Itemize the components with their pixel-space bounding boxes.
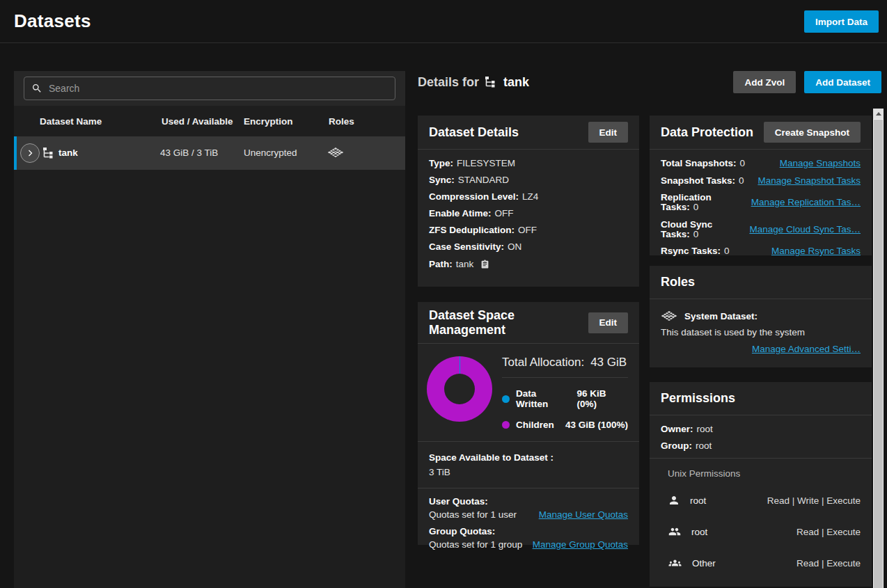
space-management-title: Dataset Space Management: [429, 308, 547, 337]
search-strip: [14, 71, 405, 106]
protection-label: Replication Tasks:: [661, 192, 712, 212]
search-box[interactable]: [24, 77, 395, 100]
search-input[interactable]: [49, 83, 388, 94]
copy-path-icon[interactable]: [480, 259, 489, 269]
dataset-encryption: Unencrypted: [244, 148, 297, 158]
space-donut-chart: [427, 356, 492, 422]
dataset-used-available: 43 GiB / 3 TiB: [160, 148, 218, 158]
details-header: Details for tank Add Zvol Add Dataset: [418, 70, 881, 95]
protection-label: Rsync Tasks:: [661, 246, 721, 256]
field-value: STANDARD: [458, 175, 509, 185]
manage-advanced-settings-link[interactable]: Manage Advanced Setti…: [752, 344, 861, 354]
owner-label: Owner:: [661, 424, 693, 434]
column-header-roles: Roles: [329, 116, 354, 127]
protection-value: 0: [740, 158, 746, 168]
scroll-up-button[interactable]: [873, 109, 884, 119]
system-dataset-icon: [327, 146, 344, 159]
protection-value: 0: [724, 246, 730, 256]
unix-permissions-title: Unix Permissions: [661, 459, 861, 479]
scroll-up-arrow-icon: [876, 112, 881, 116]
space-available-value: 3 TiB: [429, 465, 628, 479]
field-value: ON: [508, 241, 521, 252]
details-title-prefix: Details for: [418, 75, 479, 90]
protection-label: Total Snapshots:: [661, 158, 737, 168]
manage-replication-tasks-link[interactable]: Manage Replication Tas…: [751, 198, 861, 207]
field-value: tank: [456, 260, 474, 269]
legend-value: 43 GiB (100%): [565, 420, 628, 430]
group-quotas-text: Quotas set for 1 group: [429, 539, 522, 550]
permission-entry: Other Read | Execute: [661, 557, 861, 569]
data-protection-card: Data Protection Create Snapshot Total Sn…: [650, 116, 872, 255]
total-allocation-value: 43 GiB: [590, 356, 627, 370]
field-value: OFF: [518, 225, 537, 235]
search-icon: [31, 83, 42, 94]
scrollbar-thumb[interactable]: [874, 120, 883, 588]
dataset-details-card: Dataset Details Edit Type:FILESYSTEM Syn…: [418, 116, 639, 287]
group-value: root: [696, 440, 712, 451]
manage-rsync-tasks-link[interactable]: Manage Rsync Tasks: [771, 246, 861, 256]
roles-card: Roles System Dataset: This dataset is us…: [650, 266, 872, 367]
permission-entry: root Read | Execute: [661, 525, 861, 538]
field-label: Case Sensitivity:: [429, 241, 504, 252]
user-icon: [668, 494, 680, 507]
protection-value: 0: [693, 229, 699, 239]
field-label: Enable Atime:: [429, 208, 492, 218]
protection-value: 0: [693, 202, 699, 212]
field-label: Sync:: [429, 175, 455, 185]
dataset-details-title: Dataset Details: [429, 125, 519, 140]
field-value: OFF: [495, 208, 514, 218]
protection-row: Rsync Tasks:0 Manage Rsync Tasks: [661, 246, 861, 256]
expand-row-button[interactable]: [20, 143, 40, 163]
create-snapshot-button[interactable]: Create Snapshot: [764, 122, 861, 143]
edit-space-management-button[interactable]: Edit: [588, 312, 629, 333]
add-dataset-button[interactable]: Add Dataset: [804, 71, 881, 93]
import-data-button[interactable]: Import Data: [804, 10, 879, 33]
details-title: Details for tank: [418, 75, 529, 90]
others-icon: [668, 557, 682, 569]
top-bar: Datasets Import Data: [0, 0, 887, 43]
chevron-right-icon: [26, 149, 34, 157]
legend-label: Data Written: [516, 388, 570, 409]
protection-row: Total Snapshots:0 Manage Snapshots: [661, 159, 861, 168]
system-dataset-label: System Dataset:: [684, 311, 758, 321]
manage-snapshot-tasks-link[interactable]: Manage Snapshot Tasks: [758, 176, 861, 186]
group-quotas-label: Group Quotas:: [429, 526, 628, 537]
permission-who: Other: [692, 558, 716, 569]
roles-title: Roles: [661, 275, 695, 289]
field-value: FILESYSTEM: [457, 158, 515, 168]
table-header: Dataset Name Used / Available Encryption…: [14, 106, 405, 136]
data-written-dot: [502, 395, 510, 403]
group-label: Group:: [661, 440, 692, 451]
field-label: Type:: [429, 158, 453, 168]
details-scrollbar[interactable]: [873, 109, 884, 588]
permission-entry: root Read | Write | Execute: [661, 494, 861, 507]
add-zvol-button[interactable]: Add Zvol: [733, 71, 796, 93]
edit-dataset-details-button[interactable]: Edit: [588, 122, 629, 143]
manage-group-quotas-link[interactable]: Manage Group Quotas: [533, 539, 628, 550]
manage-user-quotas-link[interactable]: Manage User Quotas: [539, 509, 628, 520]
permission-perms: Read | Execute: [796, 527, 861, 537]
system-dataset-icon: [661, 310, 677, 322]
roles-description: This dataset is used by the system: [661, 327, 861, 337]
field-label: ZFS Deduplication:: [429, 225, 515, 235]
manage-cloud-sync-tasks-link[interactable]: Manage Cloud Sync Tas…: [749, 225, 861, 235]
protection-row: Snapshot Tasks:0 Manage Snapshot Tasks: [661, 176, 861, 186]
permissions-card: Permissions Owner:root Group:root Unix P…: [650, 382, 872, 587]
dataset-row[interactable]: tank 43 GiB / 3 TiB Unencrypted: [14, 136, 405, 170]
permissions-title: Permissions: [661, 391, 735, 406]
protection-label: Snapshot Tasks:: [661, 175, 735, 186]
protection-row: Cloud Sync Tasks:0 Manage Cloud Sync Tas…: [661, 220, 861, 239]
field-label: Path:: [429, 260, 453, 269]
user-quotas-text: Quotas set for 1 user: [429, 509, 517, 520]
details-dataset-name: tank: [503, 75, 529, 90]
page-title: Datasets: [14, 10, 91, 32]
selected-row-indicator: [14, 136, 17, 170]
dataset-tree-icon: [485, 77, 497, 88]
protection-row: Replication Tasks:0 Manage Replication T…: [661, 193, 861, 212]
protection-value: 0: [739, 175, 744, 186]
legend-value: 96 KiB (0%): [576, 388, 628, 409]
column-header-used-available: Used / Available: [162, 116, 233, 127]
dataset-tree-icon: [43, 148, 55, 159]
manage-snapshots-link[interactable]: Manage Snapshots: [780, 159, 861, 168]
space-management-card: Dataset Space Management Edit Total Allo…: [418, 302, 639, 545]
